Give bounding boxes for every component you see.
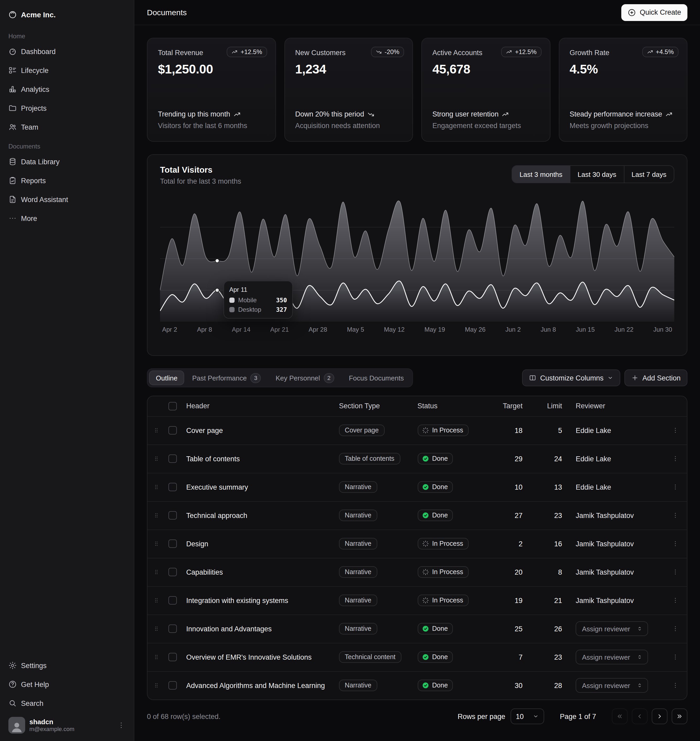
row-actions-button[interactable] [668,480,683,494]
add-section-button[interactable]: Add Section [624,369,687,386]
sidebar-item-more[interactable]: More [4,210,129,227]
row-checkbox[interactable] [168,454,177,463]
sidebar-item-data-library[interactable]: Data Library [4,153,129,170]
table-row[interactable]: Cover pageCover pageIn Process185Eddie L… [147,416,687,444]
target-value[interactable]: 27 [493,501,532,529]
row-actions-button[interactable] [668,423,683,438]
range-button-last-30-days[interactable]: Last 30 days [570,166,624,182]
limit-value[interactable]: 24 [532,444,572,473]
select-all-checkbox[interactable] [168,402,177,410]
table-row[interactable]: Executive summaryNarrativeDone1013Eddie … [147,473,687,501]
drag-handle[interactable] [153,483,160,491]
quick-create-button[interactable]: Quick Create [621,4,687,21]
target-value[interactable]: 19 [493,586,532,615]
drag-handle[interactable] [153,540,160,547]
range-button-last-3-months[interactable]: Last 3 months [512,166,570,182]
target-value[interactable]: 2 [493,529,532,558]
assign-reviewer-select[interactable]: Assign reviewer [576,678,648,693]
tab-past-performance[interactable]: Past Performance3 [185,370,268,385]
drag-handle[interactable] [153,568,160,576]
customize-columns-button[interactable]: Customize Columns [522,369,621,386]
drag-handle[interactable] [153,597,160,604]
sidebar-item-projects[interactable]: Projects [4,100,129,116]
row-header[interactable]: Capabilities [186,568,223,576]
rows-per-page-select[interactable]: 10 [510,709,544,724]
row-checkbox[interactable] [168,681,177,690]
table-row[interactable]: Table of contentsTable of contentsDone29… [147,444,687,473]
sidebar-item-team[interactable]: Team [4,119,129,135]
row-header[interactable]: Advanced Algorithms and Machine Learning [186,682,325,690]
tab-outline[interactable]: Outline [149,370,184,385]
row-checkbox[interactable] [168,426,177,435]
row-header[interactable]: Technical approach [186,512,247,519]
sidebar-item-reports[interactable]: Reports [4,172,129,189]
row-actions-button[interactable] [668,565,683,579]
row-checkbox[interactable] [168,625,177,633]
row-actions-button[interactable] [668,508,683,523]
sidebar-item-analytics[interactable]: Analytics [4,81,129,98]
assign-reviewer-select[interactable]: Assign reviewer [576,621,648,636]
next-page-button[interactable] [652,709,668,724]
target-value[interactable]: 20 [493,558,532,586]
table-row[interactable]: DesignNarrativeIn Process216Jamik Tashpu… [147,529,687,558]
table-row[interactable]: Innovation and AdvantagesNarrativeDone25… [147,615,687,643]
limit-value[interactable]: 28 [532,671,572,700]
row-actions-button[interactable] [668,678,683,693]
drag-handle[interactable] [153,455,160,462]
drag-handle[interactable] [153,426,160,434]
target-value[interactable]: 10 [493,473,532,501]
area-chart[interactable]: Apr 11 Mobile350Desktop327 [160,196,674,322]
tab-focus-documents[interactable]: Focus Documents [342,370,411,385]
limit-value[interactable]: 21 [532,586,572,615]
assign-reviewer-select[interactable]: Assign reviewer [576,650,648,665]
target-value[interactable]: 18 [493,416,532,444]
row-header[interactable]: Cover page [186,426,223,434]
row-header[interactable]: Overview of EMR's Innovative Solutions [186,653,312,661]
row-header[interactable]: Executive summary [186,483,248,491]
limit-value[interactable]: 23 [532,501,572,529]
sidebar-item-settings[interactable]: Settings [4,657,129,674]
limit-value[interactable]: 5 [532,416,572,444]
row-checkbox[interactable] [168,511,177,519]
row-actions-button[interactable] [668,621,683,636]
sidebar-item-get-help[interactable]: Get Help [4,676,129,693]
row-header[interactable]: Innovation and Advantages [186,625,272,633]
row-actions-button[interactable] [668,650,683,665]
limit-value[interactable]: 16 [532,529,572,558]
limit-value[interactable]: 23 [532,643,572,671]
table-row[interactable]: Overview of EMR's Innovative SolutionsTe… [147,643,687,671]
drag-handle[interactable] [153,625,160,632]
drag-handle[interactable] [153,682,160,689]
sidebar-item-lifecycle[interactable]: Lifecycle [4,62,129,79]
row-checkbox[interactable] [168,540,177,548]
row-actions-button[interactable] [668,593,683,608]
target-value[interactable]: 25 [493,615,532,643]
row-actions-button[interactable] [668,536,683,551]
drag-handle[interactable] [153,653,160,661]
sidebar-item-dashboard[interactable]: Dashboard [4,43,129,60]
limit-value[interactable]: 13 [532,473,572,501]
table-row[interactable]: Technical approachNarrativeDone2723Jamik… [147,501,687,529]
range-button-last-7-days[interactable]: Last 7 days [624,166,674,182]
row-header[interactable]: Integration with existing systems [186,597,288,604]
sidebar-item-search[interactable]: Search [4,695,129,712]
row-checkbox[interactable] [168,596,177,604]
sidebar-item-word-assistant[interactable]: Word Assistant [4,191,129,208]
limit-value[interactable]: 26 [532,615,572,643]
user-menu[interactable]: shadcn m@example.com [4,714,129,737]
row-actions-button[interactable] [668,451,683,466]
drag-handle[interactable] [153,512,160,519]
table-row[interactable]: Integration with existing systemsNarrati… [147,586,687,615]
row-checkbox[interactable] [168,568,177,576]
target-value[interactable]: 7 [493,643,532,671]
row-header[interactable]: Table of contents [186,455,240,463]
table-row[interactable]: Advanced Algorithms and Machine Learning… [147,671,687,700]
last-page-button[interactable] [672,709,687,724]
row-checkbox[interactable] [168,653,177,661]
table-row[interactable]: CapabilitiesNarrativeIn Process208Jamik … [147,558,687,586]
brand[interactable]: Acme Inc. [4,4,129,25]
tab-key-personnel[interactable]: Key Personnel2 [269,370,341,385]
row-checkbox[interactable] [168,483,177,491]
limit-value[interactable]: 8 [532,558,572,586]
row-header[interactable]: Design [186,540,208,548]
